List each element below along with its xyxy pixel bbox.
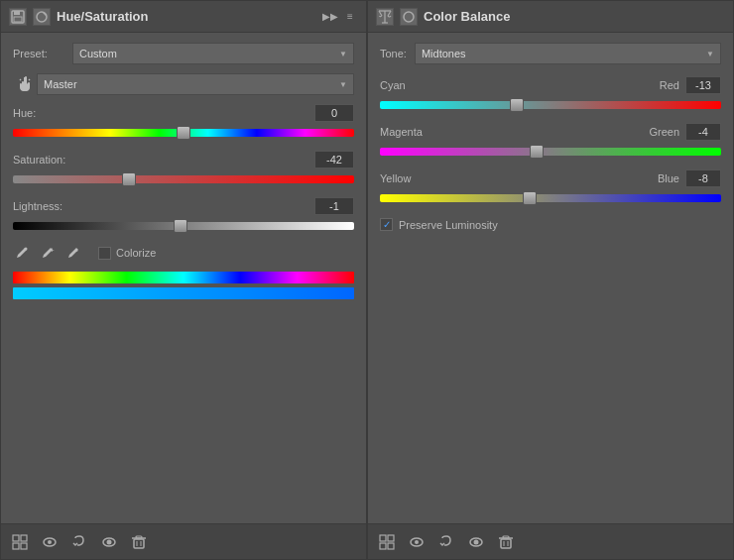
right-footer-grid-icon[interactable] xyxy=(376,531,398,553)
footer-eye-icon[interactable] xyxy=(39,531,61,553)
preserve-label: Preserve Luminosity xyxy=(399,219,498,231)
lightness-header: Lightness: -1 xyxy=(13,197,354,215)
svg-line-25 xyxy=(379,11,382,16)
right-footer-visibility-icon[interactable] xyxy=(465,531,487,553)
colorize-checkbox[interactable] xyxy=(98,247,111,260)
yellow-blue-value[interactable]: -8 xyxy=(685,169,721,187)
right-footer-eye-icon[interactable] xyxy=(406,531,428,553)
channel-row: Master ▼ xyxy=(13,72,354,96)
svg-point-7 xyxy=(25,248,28,251)
svg-text:+: + xyxy=(50,246,55,255)
svg-line-4 xyxy=(20,79,21,80)
preset-arrow: ▼ xyxy=(339,50,347,58)
magenta-green-thumb[interactable] xyxy=(530,145,544,159)
svg-text:-: - xyxy=(75,246,78,255)
right-panel-content: Tone: Midtones ▼ Cyan Red -13 xyxy=(368,33,733,523)
svg-rect-20 xyxy=(136,536,142,538)
tone-arrow: ▼ xyxy=(706,50,714,58)
left-panel-header: Hue/Saturation ▶▶ ≡ xyxy=(1,1,366,33)
magenta-label: Magenta xyxy=(380,126,649,138)
red-label: Red xyxy=(660,79,679,91)
svg-rect-39 xyxy=(503,536,509,538)
left-panel-title: Hue/Saturation xyxy=(57,9,148,24)
tone-label: Tone: xyxy=(380,48,407,59)
channel-value: Master xyxy=(44,78,77,90)
sat-thumb[interactable] xyxy=(122,172,136,186)
lightness-slider-track[interactable] xyxy=(13,218,354,234)
light-track xyxy=(13,222,354,230)
spectrum-bars xyxy=(13,272,354,299)
footer-visibility-icon[interactable] xyxy=(98,531,120,553)
magenta-green-header: Magenta Green -4 xyxy=(380,123,721,141)
right-footer-trash-icon[interactable] xyxy=(495,531,517,553)
svg-rect-29 xyxy=(380,535,386,541)
saturation-label: Saturation: xyxy=(13,154,314,166)
magenta-green-value[interactable]: -4 xyxy=(685,123,721,141)
hue-thumb[interactable] xyxy=(177,126,190,140)
hand-icon xyxy=(13,72,37,96)
magenta-green-section: Magenta Green -4 xyxy=(380,123,721,160)
svg-point-28 xyxy=(404,12,414,22)
svg-rect-32 xyxy=(388,543,394,549)
preset-row: Preset: Custom ▼ xyxy=(13,43,354,64)
svg-rect-37 xyxy=(501,539,511,548)
eyedropper-icon[interactable] xyxy=(13,244,31,262)
svg-rect-13 xyxy=(21,543,27,549)
tone-dropdown[interactable]: Midtones ▼ xyxy=(415,43,721,64)
yellow-blue-track xyxy=(380,194,721,202)
right-panel-title: Color Balance xyxy=(424,9,510,24)
hue-header: Hue: 0 xyxy=(13,104,354,122)
checkmark: ✓ xyxy=(383,219,391,230)
svg-rect-2 xyxy=(14,17,22,22)
green-label: Green xyxy=(649,126,679,138)
hue-track xyxy=(13,129,354,137)
svg-line-26 xyxy=(388,11,391,16)
blue-label: Blue xyxy=(658,172,679,184)
saturation-slider-track[interactable] xyxy=(13,171,354,187)
tone-value: Midtones xyxy=(422,48,466,59)
light-thumb[interactable] xyxy=(174,219,187,233)
panel-icon-floppy xyxy=(9,8,27,26)
magenta-green-slider[interactable] xyxy=(380,144,721,160)
preserve-row[interactable]: ✓ Preserve Luminosity xyxy=(380,218,721,231)
color-balance-panel: Color Balance Tone: Midtones ▼ Cyan Red … xyxy=(367,0,734,560)
footer-trash-icon[interactable] xyxy=(128,531,150,553)
right-panel-icon-scales xyxy=(376,8,394,26)
preset-value: Custom xyxy=(79,48,117,59)
tone-row: Tone: Midtones ▼ xyxy=(380,43,721,64)
svg-rect-11 xyxy=(21,535,27,541)
cyan-red-section: Cyan Red -13 xyxy=(380,76,721,113)
saturation-value[interactable]: -42 xyxy=(314,151,354,168)
right-footer-undo-icon[interactable] xyxy=(435,531,457,553)
yellow-blue-slider[interactable] xyxy=(380,190,721,206)
right-panel-header: Color Balance xyxy=(368,1,733,33)
right-panel-footer xyxy=(368,523,733,559)
svg-point-36 xyxy=(474,539,479,544)
preset-dropdown[interactable]: Custom ▼ xyxy=(72,43,354,64)
left-panel-arrows[interactable]: ▶▶ xyxy=(322,9,338,25)
hue-value[interactable]: 0 xyxy=(314,104,354,122)
preserve-checkbox[interactable]: ✓ xyxy=(380,218,393,231)
eyedropper-minus-icon[interactable]: - xyxy=(64,244,82,262)
hue-section: Hue: 0 xyxy=(13,104,354,141)
lightness-value[interactable]: -1 xyxy=(314,197,354,215)
hue-slider-track[interactable] xyxy=(13,125,354,141)
svg-point-17 xyxy=(107,539,112,544)
left-header-controls: ▶▶ ≡ xyxy=(322,9,358,25)
eyedropper-plus-icon[interactable]: + xyxy=(39,244,57,262)
left-panel-menu[interactable]: ≡ xyxy=(342,9,358,25)
yellow-blue-thumb[interactable] xyxy=(523,191,537,205)
cyan-red-value[interactable]: -13 xyxy=(685,76,721,94)
footer-grid-icon[interactable] xyxy=(9,531,31,553)
colorize-checkbox-container[interactable]: Colorize xyxy=(98,247,156,260)
svg-rect-10 xyxy=(13,535,19,541)
cyan-red-slider[interactable] xyxy=(380,97,721,113)
tool-icons-group: + - xyxy=(13,244,82,262)
footer-undo-icon[interactable] xyxy=(68,531,90,553)
channel-dropdown[interactable]: Master ▼ xyxy=(37,73,354,95)
preset-label: Preset: xyxy=(13,48,72,59)
right-panel-icon-circle xyxy=(400,8,418,26)
magenta-green-track xyxy=(380,148,721,156)
svg-rect-30 xyxy=(388,535,394,541)
cyan-red-thumb[interactable] xyxy=(510,98,524,112)
